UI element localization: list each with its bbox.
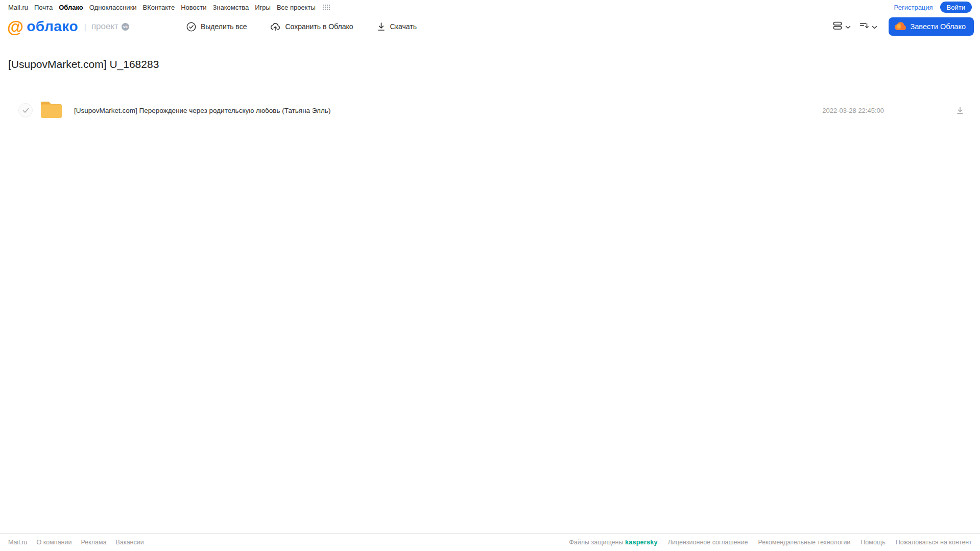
chevron-down-icon [872, 22, 877, 31]
vk-icon: vk [122, 23, 129, 31]
sort-dropdown[interactable] [859, 21, 877, 32]
register-link[interactable]: Регистрация [894, 4, 933, 11]
footer-report-link[interactable]: Пожаловаться на контент [896, 539, 972, 546]
cloud-logo[interactable]: @ облако | проект vk [7, 18, 129, 35]
portal-nav-right: Регистрация Войти [894, 2, 972, 13]
nav-pochta[interactable]: Почта [34, 4, 53, 11]
footer-ads-link[interactable]: Реклама [81, 539, 106, 546]
folder-icon [40, 100, 63, 121]
select-all-label: Выделить все [201, 22, 247, 31]
header-right-controls: Завести Облако [832, 17, 974, 36]
sort-icon [859, 21, 869, 32]
file-date: 2022-03-28 22:45:00 [822, 107, 884, 114]
login-button[interactable]: Войти [940, 2, 972, 13]
cloud-logo-text: облако [27, 18, 78, 35]
footer-recommendations-link[interactable]: Рекомендательные технологии [758, 539, 850, 546]
logo-divider: | [84, 22, 86, 31]
nav-odnoklassniki[interactable]: Одноклассники [89, 4, 137, 11]
save-to-cloud-label: Сохранить в Облако [285, 22, 353, 31]
download-label: Скачать [390, 22, 417, 31]
cloud-upload-icon [270, 22, 280, 32]
check-circle-icon [186, 22, 196, 32]
mailru-at-icon: @ [7, 18, 23, 35]
row-checkbox[interactable] [18, 103, 33, 117]
nav-igry[interactable]: Игры [255, 4, 271, 11]
protected-label: Файлы защищены [569, 539, 623, 546]
footer-about-link[interactable]: О компании [37, 539, 72, 546]
page-title: [UsupovMarket.com] U_168283 [8, 57, 972, 71]
portal-nav-links: Mail.ru Почта Облако Одноклассники ВКонт… [8, 4, 330, 11]
portal-nav: Mail.ru Почта Облако Одноклассники ВКонт… [0, 0, 980, 14]
footer-left-links: Mail.ru О компании Реклама Вакансии [8, 539, 144, 546]
footer-mailru-link[interactable]: Mail.ru [8, 539, 28, 546]
save-to-cloud-button[interactable]: Сохранить в Облако [270, 22, 353, 32]
nav-oblako[interactable]: Облако [59, 4, 83, 11]
toolbar: Выделить все Сохранить в Облако Скачать [186, 22, 417, 32]
get-cloud-button[interactable]: Завести Облако [889, 17, 974, 36]
nav-znakomstva[interactable]: Знакомства [212, 4, 249, 11]
footer-license-link[interactable]: Лицензионное соглашение [668, 539, 748, 546]
footer-help-link[interactable]: Помощь [861, 539, 885, 546]
list-view-icon [832, 20, 843, 33]
download-icon [377, 22, 386, 31]
row-download-icon[interactable] [955, 106, 965, 115]
footer-right-links: Файлы защищены kaspersky Лицензионное со… [569, 539, 972, 546]
nav-mailru[interactable]: Mail.ru [8, 4, 28, 11]
nav-novosti[interactable]: Новости [181, 4, 206, 11]
file-name[interactable]: [UsupovMarket.com] Перерождение через ро… [74, 107, 822, 114]
file-row[interactable]: [UsupovMarket.com] Перерождение через ро… [0, 99, 980, 122]
view-mode-dropdown[interactable] [832, 20, 851, 33]
footer-jobs-link[interactable]: Вакансии [116, 539, 144, 546]
get-cloud-label: Завести Облако [911, 22, 966, 31]
select-all-button[interactable]: Выделить все [186, 22, 247, 32]
all-projects-grid-icon[interactable] [323, 5, 330, 10]
kaspersky-protected: Файлы защищены kaspersky [569, 539, 657, 546]
nav-vkontakte[interactable]: ВКонтакте [143, 4, 175, 11]
kaspersky-logo[interactable]: kaspersky [625, 539, 658, 546]
cloud-app-icon [895, 21, 906, 32]
footer: Mail.ru О компании Реклама Вакансии Файл… [0, 533, 980, 551]
chevron-down-icon [845, 22, 851, 31]
app-header: @ облако | проект vk Выделить все Сохран… [0, 14, 980, 39]
download-button[interactable]: Скачать [377, 22, 417, 31]
nav-all-projects[interactable]: Все проекты [277, 4, 316, 11]
project-label: проект [91, 21, 118, 32]
